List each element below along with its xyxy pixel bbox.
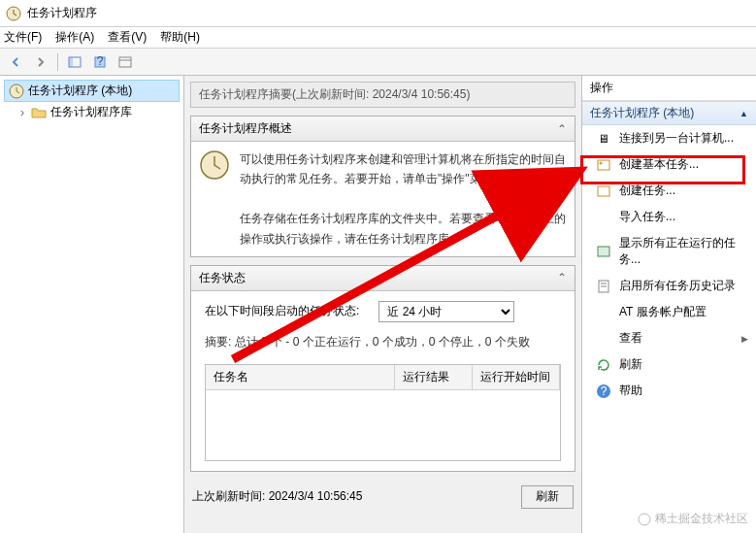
status-title: 任务状态 bbox=[199, 270, 246, 286]
toolbar-layout-button[interactable] bbox=[114, 51, 137, 73]
running-icon bbox=[596, 244, 611, 259]
svg-point-19 bbox=[639, 514, 650, 525]
action-create-basic-task[interactable]: 创建基本任务... bbox=[582, 151, 756, 178]
menu-help[interactable]: 帮助(H) bbox=[160, 29, 200, 46]
action-refresh[interactable]: 刷新 bbox=[582, 351, 756, 378]
bottom-row: 上次刷新时间: 2024/3/4 10:56:45 刷新 bbox=[190, 480, 575, 509]
overview-header[interactable]: 任务计划程序概述 ⌃ bbox=[191, 117, 575, 142]
tree-pane: 任务计划程序 (本地) › 任务计划程序库 bbox=[0, 76, 184, 533]
watermark: 稀土掘金技术社区 bbox=[638, 511, 748, 527]
svg-rect-2 bbox=[69, 57, 73, 67]
actions-title: 操作 bbox=[582, 76, 756, 101]
service-icon bbox=[596, 305, 611, 320]
nav-forward-button[interactable] bbox=[29, 51, 52, 73]
chevron-right-icon: ▶ bbox=[741, 334, 748, 344]
toolbar-panes-button[interactable] bbox=[63, 51, 86, 73]
refresh-icon bbox=[596, 357, 611, 373]
status-range-select[interactable]: 近 24 小时 bbox=[378, 301, 514, 322]
toolbar-separator bbox=[57, 53, 58, 71]
center-pane: 任务计划程序摘要(上次刷新时间: 2024/3/4 10:56:45) 任务计划… bbox=[184, 76, 581, 533]
last-refresh-label: 上次刷新时间: 2024/3/4 10:56:45 bbox=[192, 488, 362, 505]
nav-back-button[interactable] bbox=[4, 51, 27, 73]
tree-library[interactable]: › 任务计划程序库 bbox=[4, 102, 180, 122]
svg-text:?: ? bbox=[97, 55, 104, 68]
tree-root-label: 任务计划程序 (本地) bbox=[28, 83, 132, 99]
actions-group-header[interactable]: 任务计划程序 (本地) ▲ bbox=[582, 101, 756, 125]
overview-title: 任务计划程序概述 bbox=[199, 120, 292, 137]
status-panel: 任务状态 ⌃ 在以下时间段启动的任务状态: 近 24 小时 摘要: 总计 0 个… bbox=[190, 265, 575, 472]
task-icon bbox=[596, 183, 611, 199]
overview-text: 可以使用任务计划程序来创建和管理计算机将在所指定的时间自动执行的常见任务。若要开… bbox=[240, 150, 567, 249]
toolbar: ? bbox=[0, 49, 756, 76]
action-import-task[interactable]: 导入任务... bbox=[582, 204, 756, 230]
task-basic-icon bbox=[596, 157, 611, 173]
folder-icon bbox=[31, 105, 47, 120]
col-result[interactable]: 运行结果 bbox=[395, 365, 473, 389]
expand-icon[interactable]: › bbox=[17, 106, 27, 119]
col-start[interactable]: 运行开始时间 bbox=[473, 365, 560, 389]
refresh-button[interactable]: 刷新 bbox=[521, 485, 574, 509]
menubar: 文件(F) 操作(A) 查看(V) 帮助(H) bbox=[0, 27, 756, 49]
toolbar-help-button[interactable]: ? bbox=[88, 51, 112, 73]
svg-point-10 bbox=[600, 161, 603, 164]
titlebar: 任务计划程序 bbox=[0, 0, 756, 27]
status-summary: 摘要: 总计 0 个 - 0 个正在运行，0 个成功，0 个停止，0 个失败 bbox=[205, 334, 561, 350]
actions-group-label: 任务计划程序 (本地) bbox=[590, 105, 694, 121]
overview-panel: 任务计划程序概述 ⌃ 可以使用任务计划程序来创建和管理计算机将在所指定的时间自动… bbox=[190, 116, 575, 257]
menu-view[interactable]: 查看(V) bbox=[108, 29, 147, 46]
action-at-service[interactable]: AT 服务帐户配置 bbox=[582, 299, 756, 325]
menu-action[interactable]: 操作(A) bbox=[55, 29, 94, 46]
chevron-up-icon: ⌃ bbox=[557, 271, 567, 284]
action-connect[interactable]: 🖥 连接到另一台计算机... bbox=[582, 125, 756, 151]
history-icon bbox=[596, 279, 611, 294]
chevron-up-icon: ⌃ bbox=[557, 122, 567, 136]
svg-rect-12 bbox=[598, 247, 609, 256]
menu-file[interactable]: 文件(F) bbox=[4, 29, 42, 46]
col-task-name[interactable]: 任务名 bbox=[206, 365, 395, 389]
summary-title: 任务计划程序摘要(上次刷新时间: 2024/3/4 10:56:45) bbox=[190, 82, 575, 108]
action-create-task[interactable]: 创建任务... bbox=[582, 178, 756, 204]
clock-icon bbox=[9, 83, 24, 99]
svg-text:?: ? bbox=[601, 384, 608, 398]
window-title: 任务计划程序 bbox=[27, 5, 97, 21]
tree-root[interactable]: 任务计划程序 (本地) bbox=[4, 80, 180, 102]
tree-library-label: 任务计划程序库 bbox=[50, 104, 132, 120]
help-icon: ? bbox=[596, 383, 611, 399]
status-range-label: 在以下时间段启动的任务状态: bbox=[205, 303, 359, 319]
action-show-running[interactable]: 显示所有正在运行的任务... bbox=[582, 230, 756, 273]
status-table: 任务名 运行结果 运行开始时间 bbox=[205, 364, 561, 461]
clock-large-icon bbox=[199, 150, 230, 181]
action-enable-history[interactable]: 启用所有任务历史记录 bbox=[582, 273, 756, 299]
import-icon bbox=[596, 210, 611, 225]
svg-rect-11 bbox=[598, 186, 609, 196]
status-header[interactable]: 任务状态 ⌃ bbox=[191, 266, 575, 291]
svg-rect-9 bbox=[598, 160, 609, 170]
clock-icon bbox=[6, 6, 21, 21]
view-icon bbox=[596, 331, 611, 347]
svg-rect-5 bbox=[119, 57, 131, 67]
watermark-icon bbox=[638, 513, 651, 526]
computer-icon: 🖥 bbox=[596, 131, 611, 147]
triangle-up-icon: ▲ bbox=[740, 109, 748, 118]
action-view[interactable]: 查看 ▶ bbox=[582, 325, 756, 351]
action-help[interactable]: ? 帮助 bbox=[582, 378, 756, 404]
actions-pane: 操作 任务计划程序 (本地) ▲ 🖥 连接到另一台计算机... 创建基本任务..… bbox=[581, 76, 756, 533]
